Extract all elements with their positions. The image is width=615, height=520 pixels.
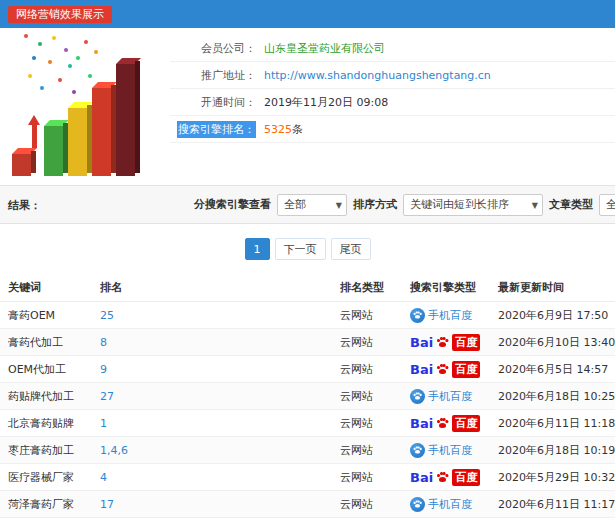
result-label: 结果： <box>8 197 41 212</box>
rank-type-cell: 云网站 <box>332 302 402 329</box>
company-label: 会员公司： <box>201 42 256 55</box>
chart-bar <box>116 64 135 176</box>
updated-cell: 2020年6月11日 11:18 <box>490 410 615 437</box>
marketing-illustration <box>6 32 190 182</box>
baidu-paw-icon <box>410 443 425 458</box>
keyword-cell: 膏药OEM <box>0 302 92 329</box>
open-time-label: 开通时间： <box>201 96 256 109</box>
table-row: 药贴牌代加工 27 云网站 手机百度 2020年6月18日 10:25 <box>0 383 615 410</box>
profile-section: 会员公司： 山东皇圣堂药业有限公司 推广地址： http://www.shand… <box>0 28 615 185</box>
baidu-pc-logo: Bai百度 <box>410 469 480 486</box>
baidu-paw-icon <box>437 472 448 482</box>
url-label: 推广地址： <box>201 69 256 82</box>
rank-link[interactable]: 1 <box>100 417 107 430</box>
col-rank: 排名 <box>92 274 332 302</box>
table-row: 医疗器械厂家 4 云网站 Bai百度 2020年5月29日 10:32 <box>0 464 615 491</box>
page-1-button[interactable]: 1 <box>245 238 270 260</box>
chevron-down-icon: ▼ <box>336 200 342 209</box>
keyword-cell: OEM代加工 <box>0 356 92 383</box>
rank-type-cell: 云网站 <box>332 329 402 356</box>
field-row-company: 会员公司： 山东皇圣堂药业有限公司 <box>170 35 615 62</box>
open-time-value: 2019年11月20日 09:08 <box>264 95 388 110</box>
baidu-paw-icon <box>410 389 425 404</box>
baidu-paw-icon <box>410 497 425 512</box>
baidu-pc-logo: Bai百度 <box>410 334 480 351</box>
sort-select-value: 关键词由短到长排序 <box>410 197 509 212</box>
company-value: 山东皇圣堂药业有限公司 <box>264 41 385 56</box>
updated-cell: 2020年6月10日 13:40 <box>490 329 615 356</box>
mobile-baidu-engine: 手机百度 <box>410 443 472 458</box>
rank-type-cell: 云网站 <box>332 383 402 410</box>
table-row: 枣庄膏药加工 1,4,6 云网站 手机百度 2020年6月18日 10:19 <box>0 437 615 464</box>
promotion-url-link[interactable]: http://www.shandonghuangshengtang.cn <box>264 69 491 82</box>
mobile-baidu-engine: 手机百度 <box>410 389 472 404</box>
engine-select[interactable]: 全部 ▼ <box>277 194 347 216</box>
up-arrow-icon <box>32 124 37 148</box>
rank-link[interactable]: 25 <box>100 309 114 322</box>
chart-bar <box>92 88 111 176</box>
filters-group: 分搜索引擎查看 全部 ▼ 排序方式 关键词由短到长排序 ▼ 文章类型 全部 ▼ … <box>194 186 615 223</box>
updated-cell: 2020年6月11日 11:17 <box>490 491 615 518</box>
baidu-pc-logo: Bai百度 <box>410 361 480 378</box>
top-bar: 网络营销效果展示 <box>0 0 615 28</box>
article-type-select[interactable]: 全部 ▼ <box>599 194 615 216</box>
engine-select-value: 全部 <box>284 197 306 212</box>
baidu-pc-logo: Bai百度 <box>410 415 480 432</box>
baidu-paw-icon <box>437 364 448 374</box>
pagination: 1 下一页 尾页 <box>0 224 615 274</box>
rank-link[interactable]: 4 <box>100 471 107 484</box>
field-row-rank-count: 搜索引擎排名： 5325条 <box>170 116 615 143</box>
col-updated: 最新更新时间 <box>490 274 615 302</box>
rank-type-cell: 云网站 <box>332 437 402 464</box>
updated-cell: 2020年6月5日 14:57 <box>490 356 615 383</box>
chevron-down-icon: ▼ <box>532 200 538 209</box>
rank-link[interactable]: 9 <box>100 363 107 376</box>
rank-link[interactable]: 27 <box>100 390 114 403</box>
table-row: 菏泽膏药厂家 17 云网站 手机百度 2020年6月11日 11:17 <box>0 491 615 518</box>
rank-count-value: 5325条 <box>264 122 303 137</box>
updated-cell: 2020年6月9日 17:50 <box>490 302 615 329</box>
sort-filter-label: 排序方式 <box>353 197 397 212</box>
rank-link[interactable]: 1,4,6 <box>100 444 128 457</box>
results-table: 关键词 排名 排名类型 搜索引擎类型 最新更新时间 膏药OEM 25 云网站 手… <box>0 274 615 518</box>
updated-cell: 2020年5月29日 10:32 <box>490 464 615 491</box>
mobile-baidu-engine: 手机百度 <box>410 308 472 323</box>
col-keyword: 关键词 <box>0 274 92 302</box>
page-title: 网络营销效果展示 <box>8 6 112 23</box>
keyword-cell: 医疗器械厂家 <box>0 464 92 491</box>
updated-cell: 2020年6月18日 10:25 <box>490 383 615 410</box>
rank-link[interactable]: 17 <box>100 498 114 511</box>
table-row: 膏药代加工 8 云网站 Bai百度 2020年6月10日 13:40 <box>0 329 615 356</box>
rank-link[interactable]: 8 <box>100 336 107 349</box>
keyword-cell: 膏药代加工 <box>0 329 92 356</box>
engine-filter-label: 分搜索引擎查看 <box>194 197 271 212</box>
col-rank-type: 排名类型 <box>332 274 402 302</box>
confetti-decoration <box>24 34 28 38</box>
profile-fields: 会员公司： 山东皇圣堂药业有限公司 推广地址： http://www.shand… <box>170 28 615 143</box>
rank-type-cell: 云网站 <box>332 491 402 518</box>
chart-bar <box>44 126 63 176</box>
keyword-cell: 枣庄膏药加工 <box>0 437 92 464</box>
keyword-cell: 药贴牌代加工 <box>0 383 92 410</box>
keyword-cell: 北京膏药贴牌 <box>0 410 92 437</box>
rank-type-cell: 云网站 <box>332 356 402 383</box>
rank-type-cell: 云网站 <box>332 464 402 491</box>
rank-type-cell: 云网站 <box>332 410 402 437</box>
baidu-paw-icon <box>437 418 448 428</box>
col-engine-type: 搜索引擎类型 <box>402 274 490 302</box>
type-filter-label: 文章类型 <box>549 197 593 212</box>
updated-cell: 2020年6月18日 10:19 <box>490 437 615 464</box>
field-row-open-time: 开通时间： 2019年11月20日 09:08 <box>170 89 615 116</box>
table-row: OEM代加工 9 云网站 Bai百度 2020年6月5日 14:57 <box>0 356 615 383</box>
table-header-row: 关键词 排名 排名类型 搜索引擎类型 最新更新时间 <box>0 274 615 302</box>
table-row: 膏药OEM 25 云网站 手机百度 2020年6月9日 17:50 <box>0 302 615 329</box>
baidu-paw-icon <box>410 308 425 323</box>
field-row-url: 推广地址： http://www.shandonghuangshengtang.… <box>170 62 615 89</box>
sort-select[interactable]: 关键词由短到长排序 ▼ <box>403 194 543 216</box>
chart-bar <box>12 154 31 176</box>
mobile-baidu-engine: 手机百度 <box>410 497 472 512</box>
last-page-button[interactable]: 尾页 <box>331 238 371 260</box>
next-page-button[interactable]: 下一页 <box>275 238 326 260</box>
chart-bar <box>68 108 87 176</box>
type-select-value: 全部 <box>606 197 615 212</box>
